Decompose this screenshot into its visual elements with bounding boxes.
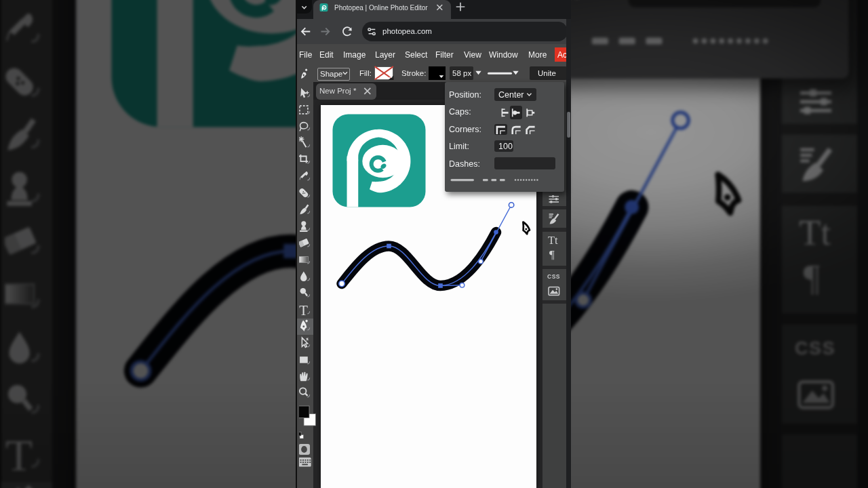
svg-text:T: T: [299, 303, 308, 318]
